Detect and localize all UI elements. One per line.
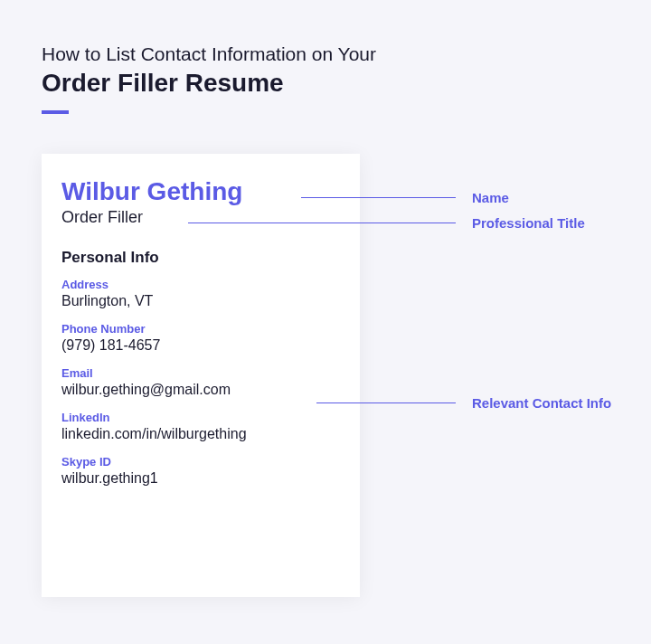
annotation-line [301,197,456,198]
header-title: Order Filler Resume [42,69,615,98]
header-subtitle: How to List Contact Information on Your [42,43,615,65]
annotation-title-label: Professional Title [472,215,585,231]
page-container: How to List Contact Information on Your … [0,0,651,633]
phone-value: (979) 181-4657 [61,337,340,354]
personal-info-heading: Personal Info [61,249,340,267]
annotation-contact: Relevant Contact Info [316,395,611,411]
skype-label: Skype ID [61,455,340,469]
annotation-title: Professional Title [188,215,585,231]
content-row: Wilbur Gething Order Filler Personal Inf… [42,154,615,597]
email-value: wilbur.gething@gmail.com [61,382,340,398]
address-value: Burlington, VT [61,293,340,309]
skype-value: wilbur.gething1 [61,470,340,487]
phone-label: Phone Number [61,322,340,336]
annotation-contact-label: Relevant Contact Info [472,395,611,411]
header-underline [42,110,69,114]
linkedin-label: LinkedIn [61,411,340,424]
annotation-line [316,402,456,403]
email-label: Email [61,366,340,380]
annotation-line [188,223,456,223]
address-label: Address [61,278,340,291]
resume-name: Wilbur Gething [61,177,340,206]
annotation-name: Name [301,190,509,205]
annotation-name-label: Name [472,190,509,205]
linkedin-value: linkedin.com/in/wilburgething [61,426,340,442]
